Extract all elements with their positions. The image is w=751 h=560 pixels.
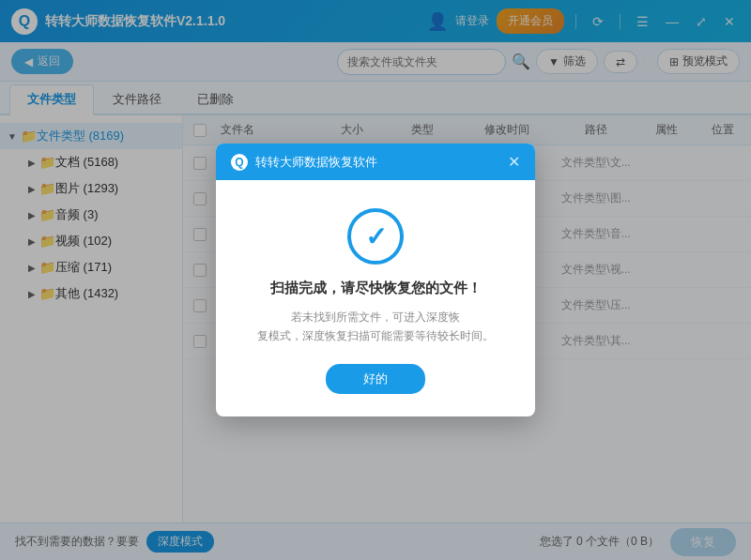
modal-desc: 若未找到所需文件，可进入深度恢复模式，深度恢复扫描可能需要等待较长时间。 [257, 309, 494, 344]
modal-ok-button[interactable]: 好的 [326, 364, 425, 394]
modal-header: Q 转转大师数据恢复软件 ✕ [216, 144, 535, 180]
success-circle: ✓ [347, 208, 404, 265]
modal-title: 转转大师数据恢复软件 [255, 154, 377, 171]
modal-title-text: 扫描完成，请尽快恢复您的文件！ [270, 280, 482, 297]
modal-logo-icon: Q [231, 154, 248, 171]
modal-ok-label: 好的 [363, 371, 388, 386]
modal-overlay: Q 转转大师数据恢复软件 ✕ ✓ 扫描完成，请尽快恢复您的文件！ 若未找到所需文… [0, 0, 751, 560]
modal-close-button[interactable]: ✕ [508, 153, 520, 171]
modal-body: ✓ 扫描完成，请尽快恢复您的文件！ 若未找到所需文件，可进入深度恢复模式，深度恢… [216, 180, 535, 416]
check-mark-icon: ✓ [365, 221, 387, 252]
modal-header-title: Q 转转大师数据恢复软件 [231, 154, 377, 171]
modal-dialog: Q 转转大师数据恢复软件 ✕ ✓ 扫描完成，请尽快恢复您的文件！ 若未找到所需文… [216, 144, 535, 416]
